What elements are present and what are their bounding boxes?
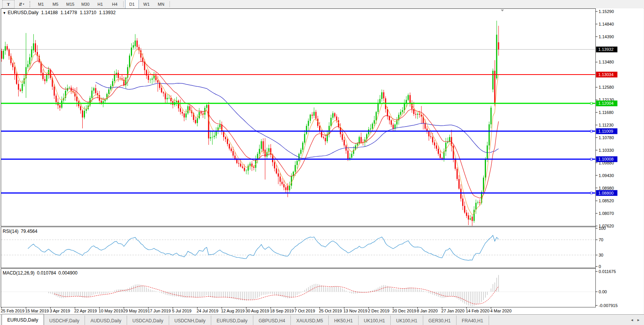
svg-text:1.12004: 1.12004 (598, 101, 614, 106)
svg-text:1.08070: 1.08070 (599, 211, 614, 216)
macd-indicator-label: MACD(12,26,9)0.0107840.004900 (3, 270, 80, 276)
svg-text:24 Jul 2019: 24 Jul 2019 (197, 309, 218, 313)
chart-tab-usdchf-daily[interactable]: USDCHF,Daily (44, 315, 85, 325)
line-handle[interactable] (590, 130, 592, 132)
svg-text:15 Mar 2019: 15 Mar 2019 (25, 309, 49, 313)
svg-text:1.13932: 1.13932 (598, 47, 614, 52)
svg-text:1.10008: 1.10008 (598, 157, 614, 161)
chart-tab-hk50-h1[interactable]: HK50,H1 (329, 315, 359, 325)
chart-tab-ger30-h1[interactable]: GER30,H1 (423, 315, 457, 325)
svg-text:10 May 2019: 10 May 2019 (99, 309, 123, 313)
svg-text:1.11009: 1.11009 (598, 129, 613, 133)
svg-text:25 Feb 2019: 25 Feb 2019 (1, 309, 24, 313)
svg-text:0: 0 (599, 264, 601, 269)
macd-name: MACD(12,26,9) (3, 270, 34, 276)
svg-text:14 Feb 2020: 14 Feb 2020 (466, 309, 489, 313)
macd-pane[interactable] (1, 269, 596, 307)
ohlc-high: 1.14778 (60, 10, 77, 15)
svg-text:4 Mar 2020: 4 Mar 2020 (490, 309, 512, 313)
chart-canvas[interactable]: 1.152901.148401.143901.134801.125801.121… (0, 0, 644, 325)
chart-tab-uk100-h1[interactable]: UK100,H1 (391, 315, 423, 325)
tab-scroll-left-icon[interactable]: ◄ (630, 318, 634, 322)
svg-text:1.15290: 1.15290 (599, 9, 614, 14)
trading-terminal-window: { "toolbar": { "text_tool_label": "T", "… (0, 0, 644, 325)
svg-text:1.11680: 1.11680 (599, 110, 614, 115)
svg-text:17 Jun 2019: 17 Jun 2019 (148, 309, 171, 313)
svg-text:25 Oct 2019: 25 Oct 2019 (319, 309, 342, 313)
svg-text:22 Apr 2019: 22 Apr 2019 (74, 309, 97, 313)
ohlc-close: 1.13932 (99, 10, 116, 15)
chart-tab-gbpusd-h4[interactable]: GBPUSD,H4 (253, 315, 291, 325)
svg-text:7 Oct 2019: 7 Oct 2019 (295, 309, 315, 313)
line-handle[interactable] (590, 158, 592, 160)
svg-text:3 Apr 2019: 3 Apr 2019 (50, 309, 70, 313)
svg-text:1.10330: 1.10330 (599, 148, 614, 153)
tab-scroll-controls: ◄ ► (630, 315, 640, 325)
svg-text:0.00: 0.00 (599, 289, 607, 294)
chart-tab-xauusd-m5[interactable]: XAUUSD,M5 (291, 315, 329, 325)
line-handle[interactable] (590, 192, 592, 194)
svg-text:18 Sep 2019: 18 Sep 2019 (270, 309, 294, 313)
svg-text:29 May 2019: 29 May 2019 (123, 309, 148, 313)
svg-text:-0.007915: -0.007915 (599, 303, 618, 308)
svg-text:1.12580: 1.12580 (599, 85, 614, 89)
chart-tab-uk100-h1[interactable]: UK100,H1 (359, 315, 391, 325)
svg-text:1.10780: 1.10780 (599, 135, 614, 140)
chart-tab-audusd-daily[interactable]: AUDUSD,Daily (85, 315, 127, 325)
macd-signal-value: 0.004900 (58, 270, 77, 276)
svg-text:1.08800: 1.08800 (598, 191, 614, 195)
ohlc-low: 1.13710 (80, 10, 96, 15)
chart-tab-usdcad-daily[interactable]: USDCAD,Daily (127, 315, 169, 325)
svg-text:1.11230: 1.11230 (599, 123, 614, 127)
chart-tab-eurusd-daily[interactable]: EURUSD,Daily (211, 315, 253, 325)
svg-text:8 Jan 2020: 8 Jan 2020 (417, 309, 437, 313)
svg-text:1.09430: 1.09430 (599, 173, 614, 178)
chart-tab-eurusd-daily[interactable]: EURUSD,Daily (2, 314, 44, 325)
macd-main-value: 0.010784 (37, 270, 56, 276)
rsi-name: RSI(14) (3, 229, 18, 234)
svg-text:100: 100 (599, 226, 606, 231)
svg-text:30 Aug 2019: 30 Aug 2019 (246, 309, 269, 313)
svg-text:20 Dec 2019: 20 Dec 2019 (392, 309, 416, 313)
svg-text:1.08520: 1.08520 (599, 198, 614, 203)
svg-text:1.13034: 1.13034 (598, 72, 614, 77)
svg-text:1.14390: 1.14390 (599, 34, 614, 39)
chart-tab-fra40-h1[interactable]: FRA40,H1 (457, 315, 489, 325)
rsi-pane[interactable] (1, 227, 596, 268)
svg-text:1.14840: 1.14840 (599, 22, 614, 26)
svg-text:13 Nov 2019: 13 Nov 2019 (343, 309, 367, 313)
svg-text:70: 70 (599, 237, 603, 242)
svg-text:0.011675: 0.011675 (599, 269, 616, 274)
svg-text:1.13480: 1.13480 (599, 60, 614, 64)
svg-text:30: 30 (599, 253, 603, 257)
symbol-dropdown-icon[interactable]: ▼ (3, 11, 6, 15)
svg-text:2 Dec 2019: 2 Dec 2019 (368, 309, 389, 313)
symbol-name: EURUSD,Daily (8, 10, 39, 15)
svg-text:27 Jan 2020: 27 Jan 2020 (441, 309, 465, 313)
rsi-current-value: 79.4564 (21, 229, 37, 234)
rsi-indicator-label: RSI(14)79.4564 (3, 229, 40, 234)
ohlc-open: 1.14188 (41, 10, 58, 15)
svg-text:1.08980: 1.08980 (599, 186, 614, 190)
tab-scroll-right-icon[interactable]: ► (637, 318, 640, 322)
chart-title: ▼EURUSD,Daily1.141881.147781.137101.1393… (3, 10, 116, 15)
svg-text:5 Jul 2019: 5 Jul 2019 (172, 309, 192, 313)
chart-tab-bar: EURUSD,DailyUSDCHF,DailyAUDUSD,DailyUSDC… (0, 314, 644, 325)
line-handle[interactable] (590, 102, 592, 104)
chart-tab-usdcnh-daily[interactable]: USDCNH,Daily (169, 315, 211, 325)
svg-text:12 Aug 2019: 12 Aug 2019 (221, 309, 245, 313)
